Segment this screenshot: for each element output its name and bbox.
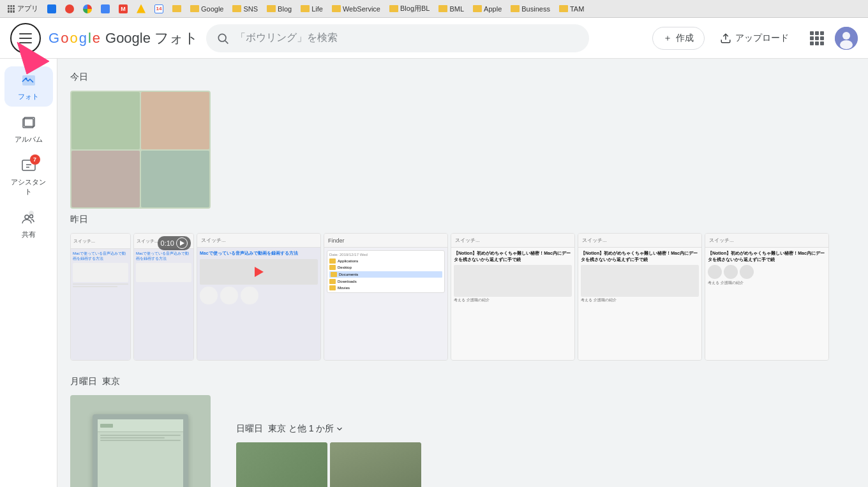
main-header: Google Google フォト 「ボウリング」を検索 ＋ 作成 アップロード — [0, 18, 868, 59]
sunday-section: 日曜日 東京 と他 1 か所 — [236, 423, 421, 487]
yesterday-photo-2[interactable]: スイッチ... Macで使っている音声込みで動画を録画する方法 0:10 — [133, 233, 194, 361]
svg-point-14 — [25, 215, 29, 219]
bookmark-bar: アプリ M 14 Google SNS Blog Life WebServic — [0, 0, 868, 18]
main-content: 今日 0:30 — [57, 59, 868, 487]
folder-blog-item[interactable]: Blog — [264, 4, 294, 14]
upload-icon — [720, 33, 731, 44]
folder-life-item[interactable]: Life — [298, 4, 326, 14]
sharing-icon — [20, 209, 38, 227]
today-label: 今日 — [70, 71, 855, 83]
folder-bml-label: BML — [449, 5, 464, 13]
folder-webservice-item[interactable]: WebService — [329, 4, 383, 14]
folder-blogbl-label: Blog用BL — [400, 4, 430, 13]
folder-blog-label: Blog — [278, 5, 292, 13]
apps-menu-item[interactable]: アプリ — [5, 3, 41, 15]
user-avatar[interactable] — [835, 27, 858, 50]
folder-sns-label: SNS — [243, 5, 258, 13]
upload-label: アップロード — [735, 33, 789, 44]
yesterday-photo-6[interactable]: スイッチ... 【Notion】初めがめちゃくちゃ難しい秘密！Mac内にデータを… — [578, 233, 702, 361]
calendar-item[interactable]: 14 — [152, 3, 166, 15]
monday-location: 東京 — [102, 376, 120, 387]
sharing-label: 共有 — [22, 230, 36, 239]
upload-button[interactable]: アップロード — [710, 27, 799, 49]
ext4-maps[interactable] — [98, 3, 112, 15]
assistant-badge: 7 — [30, 154, 40, 165]
sunday-location: 東京 と他 1 か所 — [268, 423, 334, 435]
sidebar-item-sharing[interactable]: 共有 — [4, 204, 53, 244]
video-badge-2: 0:10 — [158, 236, 191, 250]
monday-date-row: 月曜日 東京 — [70, 376, 855, 387]
sunday-date-row: 日曜日 東京 と他 1 か所 — [236, 423, 421, 435]
apps-grid-icon — [810, 31, 824, 45]
gmail-item[interactable]: M — [116, 3, 130, 15]
today-photo-1[interactable]: 0:30 — [70, 91, 211, 209]
sunday-photo-1[interactable] — [236, 442, 327, 487]
folder-apple-label: Apple — [484, 5, 502, 13]
create-plus-icon: ＋ — [663, 33, 672, 44]
folder-business-item[interactable]: Business — [508, 4, 553, 14]
header-actions: ＋ 作成 アップロード — [652, 26, 858, 51]
app-body: フォト アルバム 7 アシスタント — [0, 59, 868, 487]
assistant-icon: 7 — [20, 157, 38, 175]
create-label: 作成 — [676, 33, 694, 44]
yesterday-photo-4[interactable]: Finder Date: 2019/12/17 Wed Applications… — [324, 233, 448, 361]
video-time-2: 0:10 — [161, 239, 174, 247]
yesterday-label: 昨日 — [70, 214, 855, 225]
yesterday-section: 昨日 スイッチ... Macで使っている音声込みで動画を録画する方法 — [70, 214, 855, 361]
yesterday-photo-5[interactable]: スイッチ... 【Notion】初めがめちゃくちゃ難しい秘密！Mac内にデータを… — [451, 233, 575, 361]
sunday-photo-2[interactable]: 0:48 — [330, 442, 421, 487]
yesterday-photo-1[interactable]: スイッチ... Macで使っている音声込みで動画を録画する方法 — [70, 233, 131, 361]
yesterday-photo-grid: スイッチ... Macで使っている音声込みで動画を録画する方法 スイッチ... — [70, 233, 855, 361]
ext3-item[interactable] — [80, 3, 94, 15]
folder-sns-item[interactable]: SNS — [230, 4, 260, 14]
drive-item[interactable] — [134, 3, 148, 15]
folder-life-label: Life — [311, 5, 323, 13]
assistant-label: アシスタント — [11, 177, 47, 197]
search-placeholder: 「ボウリング」を検索 — [236, 31, 338, 45]
svg-point-1 — [218, 34, 226, 41]
monday-photo-1[interactable] — [70, 395, 211, 487]
albums-icon — [20, 114, 38, 132]
sidebar-item-albums[interactable]: アルバム — [4, 109, 53, 149]
yesterday-photo-3[interactable]: スイッチ... Macで使っている音声込みで動画を録画する方法 — [197, 233, 321, 361]
play-icon-2 — [176, 237, 188, 249]
folder-bml-item[interactable]: BML — [436, 4, 467, 14]
folder-blogbl-item[interactable]: Blog用BL — [387, 3, 432, 15]
apps-label: アプリ — [17, 4, 38, 13]
sunday-label: 日曜日 — [236, 423, 263, 435]
sidebar-item-photos[interactable]: フォト — [4, 66, 53, 107]
svg-point-6 — [840, 40, 853, 49]
folder-apple-item[interactable]: Apple — [470, 4, 504, 14]
folder-root-item[interactable] — [170, 4, 184, 13]
svg-point-16 — [29, 211, 33, 216]
svg-point-5 — [842, 32, 850, 40]
folder-google-item[interactable]: Google — [188, 4, 226, 14]
monday-label: 月曜日 — [70, 376, 97, 387]
app-title: Google フォト — [105, 29, 198, 48]
sidebar: フォト アルバム 7 アシスタント — [0, 59, 57, 487]
photos-label: フォト — [18, 92, 39, 101]
ext1-item[interactable] — [45, 3, 59, 15]
google-apps-button[interactable] — [804, 26, 830, 51]
folder-tam-item[interactable]: TAM — [557, 4, 587, 14]
sunday-location-dropdown[interactable]: 東京 と他 1 か所 — [268, 423, 344, 435]
folder-tam-label: TAM — [570, 5, 584, 13]
albums-label: アルバム — [15, 135, 43, 144]
sidebar-item-assistant[interactable]: 7 アシスタント — [4, 152, 53, 202]
svg-line-2 — [225, 40, 228, 43]
photos-icon — [20, 71, 38, 89]
folder-google-label: Google — [201, 5, 223, 13]
yesterday-photo-7[interactable]: スイッチ... 【Notion】初めがめちゃくちゃ難しい秘密！Mac内にデータを… — [705, 233, 829, 361]
ext2-item[interactable] — [63, 3, 77, 15]
today-section: 今日 0:30 — [70, 71, 855, 209]
create-button[interactable]: ＋ 作成 — [652, 27, 705, 50]
menu-button[interactable] — [10, 23, 41, 54]
app-logo: Google Google フォト — [49, 29, 198, 48]
chevron-down-icon — [335, 424, 344, 433]
folder-business-label: Business — [521, 5, 550, 13]
folder-webservice-label: WebService — [343, 5, 380, 13]
search-icon — [216, 32, 229, 45]
search-bar[interactable]: 「ボウリング」を検索 — [206, 24, 589, 52]
svg-point-8 — [25, 78, 27, 80]
